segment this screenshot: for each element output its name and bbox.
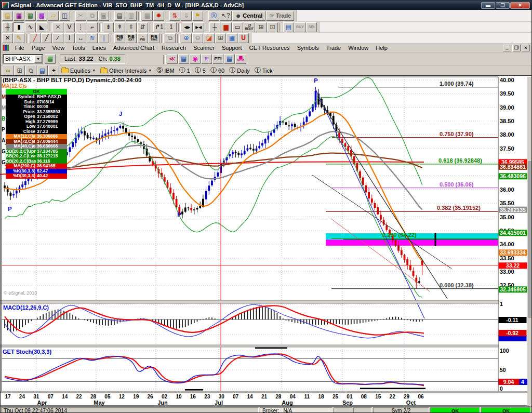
color-bars-icon[interactable]: ▆: [221, 22, 232, 32]
vertical-line-icon[interactable]: Ι: [64, 33, 75, 43]
compress-bars-icon[interactable]: ◂▸: [182, 22, 193, 32]
dot-type-icon[interactable]: ⋮: [75, 22, 86, 32]
trade-button[interactable]: ☞Trade: [266, 11, 294, 21]
study-trend-icon[interactable]: ⇟: [103, 22, 114, 32]
panel-separator[interactable]: [1, 300, 527, 303]
menu-research[interactable]: Research: [158, 44, 190, 51]
ray-line-icon[interactable]: ∕: [52, 33, 63, 43]
workspace-icon[interactable]: ▩: [36, 11, 47, 21]
sort-arrows-icon[interactable]: ⇅: [169, 11, 180, 21]
equities-folder[interactable]: Equities▼: [59, 66, 98, 75]
copy-icon[interactable]: ⧉: [87, 11, 98, 21]
new-window-icon[interactable]: ⊞: [14, 65, 25, 75]
expand-one-icon[interactable]: ↱1: [153, 22, 165, 32]
menu-trade[interactable]: Trade: [323, 44, 344, 51]
step-type-icon[interactable]: ⌐: [87, 22, 98, 32]
study-average-icon[interactable]: ⇞: [114, 22, 125, 32]
zoom-window-icon[interactable]: ⊞: [256, 22, 267, 32]
alert-flag-icon[interactable]: ⚑: [192, 11, 203, 21]
new-page-icon[interactable]: ▤: [2, 11, 13, 21]
fib-retracement-icon[interactable]: FIBRET: [114, 33, 125, 43]
download-icon[interactable]: ⇓: [181, 11, 192, 21]
menu-help[interactable]: Help: [372, 44, 391, 51]
study-bands-icon[interactable]: ⇵: [137, 22, 148, 32]
bar-type-icon[interactable]: ╫: [2, 22, 13, 32]
zoom-out-icon[interactable]: ⊖: [192, 33, 203, 43]
scrollbar-thumb[interactable]: [528, 162, 532, 317]
interval-60[interactable]: Ⓘ60: [208, 66, 227, 75]
pencil-icon[interactable]: ✎: [14, 33, 24, 43]
fib-circle-icon[interactable]: ◔FIB: [137, 33, 148, 43]
data-window[interactable]: OKSymbol:BHP-ASX,DDate:07/03/14Time:00:0…: [6, 89, 67, 179]
page-layout-icon[interactable]: ▦: [14, 11, 24, 21]
expand-bars-icon[interactable]: ▸◂: [193, 22, 204, 32]
menu-file[interactable]: File: [11, 44, 28, 51]
cut-icon[interactable]: ✂: [75, 11, 86, 21]
reset-icon[interactable]: ↺RESIT: [244, 22, 255, 32]
pointer-icon[interactable]: ✕: [2, 33, 13, 43]
central-button[interactable]: ☻Central: [232, 11, 265, 21]
hot-list-icon[interactable]: ✹: [153, 11, 164, 21]
quote-board-icon[interactable]: ▦: [142, 11, 153, 21]
interval-1[interactable]: Ⓘ1: [177, 66, 192, 75]
symbol-search-icon[interactable]: Ⓢ: [208, 11, 219, 21]
chart-window-icon[interactable]: ▦: [25, 11, 36, 21]
interval-tick[interactable]: ⒾTick: [252, 66, 275, 75]
menu-symbols[interactable]: Symbols: [294, 44, 323, 51]
link-arrows-icon[interactable]: ≪: [167, 54, 178, 64]
quote-grid-icon[interactable]: ▦: [178, 54, 189, 64]
help-pointer-icon[interactable]: ↖?: [220, 11, 232, 21]
chart-canvas[interactable]: 1.000 (39.74)0.750 (37.90)0.618 (36.9284…: [1, 76, 532, 407]
zoom-window2-icon[interactable]: ⊡: [267, 22, 278, 32]
single-icon[interactable]: 1: [166, 22, 177, 32]
mdi-minimize-button[interactable]: _: [503, 45, 511, 51]
open-icon[interactable]: ▱: [48, 11, 59, 21]
zoom-in-icon[interactable]: ⊕: [181, 33, 192, 43]
channel-lines-icon[interactable]: ∥: [98, 33, 109, 43]
ecps-icon[interactable]: ◉: [190, 54, 201, 64]
candle-type-icon[interactable]: ▮: [14, 22, 24, 32]
symbol-screen-button[interactable]: ▦: [45, 54, 56, 64]
panel-separator[interactable]: [1, 345, 527, 347]
fib-extension-icon[interactable]: FIBEXT: [126, 33, 137, 43]
study-oscillator-icon[interactable]: ⇳: [126, 22, 137, 32]
menu-advanced-chart[interactable]: Advanced Chart: [110, 44, 158, 51]
crosshair-icon[interactable]: ┼: [209, 22, 220, 32]
copy-window-icon[interactable]: ⧉: [25, 65, 36, 75]
shapes-icon[interactable]: ⧉: [165, 33, 176, 43]
symbol-shortcut-ibm[interactable]: ⓈIBM: [154, 66, 177, 75]
link-icon[interactable]: ∞: [3, 65, 14, 75]
pti-icon[interactable]: PTI: [212, 54, 223, 64]
close-button[interactable]: ✕: [510, 2, 530, 9]
undo-icon[interactable]: U: [238, 33, 249, 43]
eraser-icon[interactable]: ◪: [204, 33, 215, 43]
menu-support[interactable]: Support: [218, 44, 246, 51]
menu-scanner[interactable]: Scanner: [190, 44, 218, 51]
parallel-lines-icon[interactable]: ≋: [87, 33, 98, 43]
other-intervals-folder[interactable]: Other Intervals▼: [98, 66, 154, 75]
minimize-button[interactable]: ▬: [481, 2, 495, 9]
save-icon[interactable]: ◫: [59, 11, 70, 21]
interval-5[interactable]: Ⓘ5: [193, 66, 208, 75]
grid-snap-icon[interactable]: ⊞: [215, 33, 226, 43]
quote-sheet-icon[interactable]: ▦: [227, 33, 237, 43]
horizontal-line-icon[interactable]: ↔: [75, 33, 86, 43]
mob-icon[interactable]: ▦MOB: [235, 54, 246, 64]
window-properties-icon[interactable]: ▤: [37, 65, 48, 75]
mdi-restore-button[interactable]: ❐: [512, 45, 521, 51]
menu-view[interactable]: View: [48, 44, 68, 51]
volume-type-icon[interactable]: V: [64, 22, 75, 32]
print-icon[interactable]: ▤: [114, 11, 125, 21]
menu-get-resources[interactable]: GET Resources: [246, 44, 294, 51]
line-type-icon[interactable]: ∿: [25, 22, 36, 32]
elliott-table-icon[interactable]: ▦: [224, 54, 235, 64]
menu-lines[interactable]: Lines: [89, 44, 110, 51]
properties-icon[interactable]: ▤: [283, 22, 294, 32]
menu-tools[interactable]: Tools: [68, 44, 89, 51]
symbol-combo[interactable]: BHP-ASX ▼: [3, 54, 43, 64]
trendline-icon[interactable]: ╱: [41, 33, 52, 43]
point-figure-icon[interactable]: ✕: [52, 22, 63, 32]
buy-button[interactable]: BUY: [295, 22, 305, 32]
restore-button[interactable]: ❐: [496, 2, 510, 9]
interval-daily[interactable]: ⒾDaily: [227, 66, 251, 75]
